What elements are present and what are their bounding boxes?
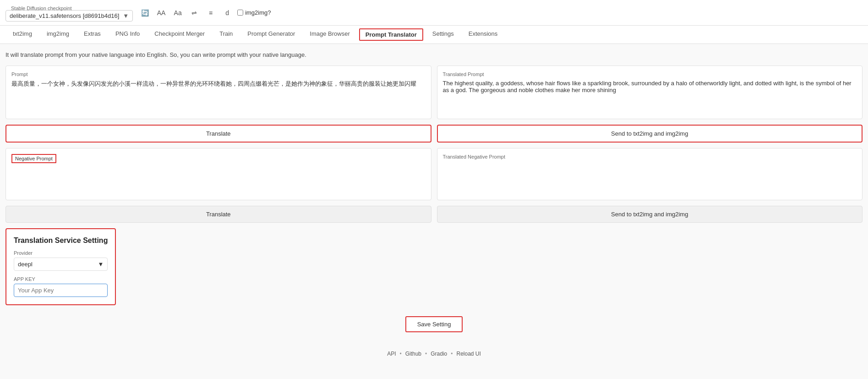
save-setting-button[interactable]: Save Setting [405,316,463,332]
translated-negative-prompt-text [443,162,857,194]
footer-github-link[interactable]: Github [405,351,421,357]
app-key-label: APP KEY [14,276,108,282]
tab-extras[interactable]: Extras [76,26,108,44]
small-font-icon[interactable]: Aa [171,6,184,19]
translated-prompt-panel: Translated Prompt The highest quality, a… [437,66,863,119]
tab-image-browser[interactable]: Image Browser [302,26,357,44]
checkpoint-value: deliberate_v11.safetensors [d8691b4d16] [10,12,119,19]
send-button-2[interactable]: Send to txt2img and img2img [437,206,863,223]
footer: API • Github • Gradio • Reload UI [0,343,868,364]
tab-txt2img[interactable]: txt2img [5,26,39,44]
translate-button-1[interactable]: Translate [5,125,431,143]
negative-prompt-input[interactable] [11,167,426,190]
translated-prompt-label: Translated Prompt [443,71,857,77]
tab-img2img[interactable]: img2img [39,26,76,44]
translation-service-settings: Translation Service Setting Provider dee… [5,228,116,305]
large-font-icon[interactable]: AA [155,6,168,19]
footer-reload-link[interactable]: Reload UI [456,351,480,357]
translate-button-2[interactable]: Translate [5,206,431,223]
prompt-label: Prompt [11,71,426,77]
tab-settings[interactable]: Settings [425,26,461,44]
settings-title: Translation Service Setting [14,236,108,245]
menu-icon[interactable]: ≡ [204,6,217,19]
tab-train[interactable]: Train [212,26,240,44]
provider-select[interactable]: deepl ▼ [14,258,108,271]
tab-prompt-generator[interactable]: Prompt Generator [240,26,302,44]
provider-chevron-icon: ▼ [98,261,104,268]
send-button-1[interactable]: Send to txt2img and img2img [437,125,863,143]
provider-label: Provider [14,250,108,256]
img2img-label-text: img2img? [245,9,271,16]
img2img-checkbox[interactable] [237,10,243,16]
tab-extensions[interactable]: Extensions [461,26,505,44]
img2img-toggle[interactable]: img2img? [237,9,271,16]
d-icon[interactable]: d [221,6,234,19]
prompt-input[interactable]: 最高质量，一个女神，头发像闪闪发光的小溪一样流动，一种异世界的光环环绕着她，四周… [11,80,426,112]
footer-dot-1: • [399,351,401,357]
footer-gradio-link[interactable]: Gradio [431,351,447,357]
footer-dot-3: • [451,351,453,357]
footer-api-link[interactable]: API [387,351,396,357]
translated-prompt-text: The highest quality, a goddess, whose ha… [443,80,857,112]
checkpoint-select[interactable]: deliberate_v11.safetensors [d8691b4d16] … [5,10,133,22]
tab-prompt-translator[interactable]: Prompt Translator [359,28,423,41]
translated-negative-prompt-label: Translated Negative Prompt [443,154,857,159]
tab-png-info[interactable]: PNG Info [108,26,147,44]
provider-value: deepl [18,261,33,268]
app-key-input[interactable] [14,284,108,297]
checkpoint-label: Stable Diffusion checkpoint [11,5,72,11]
negative-prompt-label: Negative Prompt [11,154,56,163]
refresh-icon[interactable]: 🔄 [138,6,151,19]
nav-tabs: txt2img img2img Extras PNG Info Checkpoi… [0,26,868,44]
prompt-panel: Prompt 最高质量，一个女神，头发像闪闪发光的小溪一样流动，一种异世界的光环… [5,66,431,119]
swap-icon[interactable]: ⇌ [188,6,201,19]
translated-negative-prompt-panel: Translated Negative Prompt [437,148,863,200]
footer-dot-2: • [425,351,427,357]
description-text: It will translate prompt from your nativ… [5,49,863,60]
chevron-down-icon: ▼ [123,12,129,19]
tab-checkpoint-merger[interactable]: Checkpoint Merger [147,26,212,44]
negative-prompt-panel: Negative Prompt [5,148,431,200]
